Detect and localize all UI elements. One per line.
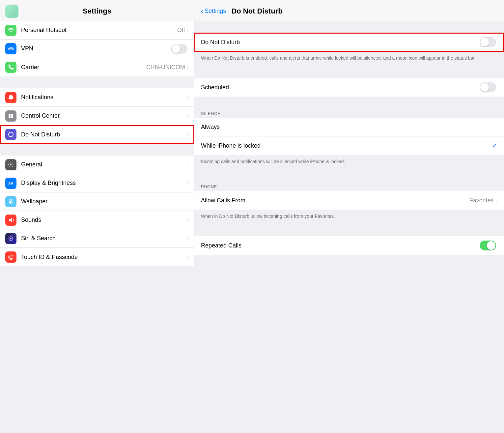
phone-section: Allow Calls From Favorites › [194, 191, 504, 210]
general-label: General [21, 161, 187, 168]
sidebar-item-general[interactable]: General › [0, 156, 194, 174]
carrier-chevron: › [187, 64, 189, 70]
hotspot-icon [5, 25, 16, 36]
hotspot-value: Off [177, 27, 185, 34]
repeated-calls-section: Repeated Calls [194, 236, 504, 255]
sidebar-item-wallpaper[interactable]: Wallpaper › [0, 192, 194, 211]
separator-c [194, 170, 504, 182]
locked-description: Incoming calls and notifications will be… [194, 155, 504, 170]
scheduled-section: Scheduled [194, 78, 504, 97]
general-chevron: › [187, 162, 189, 168]
touchid-icon [5, 251, 16, 263]
vpn-icon: VPN [5, 43, 16, 54]
right-panel: ‹ Settings Do Not Disturb Do Not Disturb… [194, 0, 504, 433]
sidebar-item-notifications[interactable]: Notifications › [0, 88, 194, 107]
notifications-label: Notifications [21, 94, 187, 101]
group-personal: General › AA Display & Brightness › Wall… [0, 156, 194, 266]
svg-point-8 [11, 257, 11, 257]
donotdisturb-label: Do Not Disturb [21, 131, 187, 138]
svg-point-7 [11, 238, 12, 239]
display-chevron: › [187, 180, 189, 186]
controlcenter-chevron: › [187, 113, 189, 119]
repeated-calls-toggle[interactable] [480, 241, 496, 250]
controlcenter-icon [5, 110, 16, 122]
siri-icon [5, 233, 16, 244]
sidebar-item-display[interactable]: AA Display & Brightness › [0, 174, 194, 192]
dnd-toggle-section: Do Not Disturb [194, 33, 504, 51]
carrier-value: CHN-UNICOM [146, 64, 185, 71]
allow-calls-value: Favorites [469, 197, 494, 204]
display-label: Display & Brightness [21, 180, 187, 187]
silence-header: SILENCE: [194, 108, 504, 118]
while-locked-checkmark: ✓ [492, 142, 497, 150]
wallpaper-icon [5, 196, 16, 207]
dnd-description: When Do Not Disturb is enabled, calls an… [194, 51, 504, 66]
repeated-calls-label: Repeated Calls [201, 242, 480, 249]
touchid-label: Touch ID & Passcode [21, 254, 187, 261]
separator-d [194, 224, 504, 236]
svg-rect-3 [11, 116, 13, 118]
scheduled-row[interactable]: Scheduled [194, 78, 504, 97]
scheduled-toggle[interactable] [480, 82, 496, 92]
scheduled-label: Scheduled [201, 84, 480, 91]
svg-rect-2 [9, 116, 11, 118]
hotspot-label: Personal Hotspot [21, 27, 177, 34]
sidebar-item-vpn[interactable]: VPN VPN [0, 40, 194, 58]
right-panel-title: Do Not Disturb [231, 7, 282, 15]
dnd-main-toggle[interactable] [480, 37, 496, 47]
back-chevron-icon: ‹ [201, 7, 203, 15]
while-locked-row[interactable]: While iPhone is locked ✓ [194, 136, 504, 155]
calls-description: When in Do Not Disturb, allow incoming c… [194, 210, 504, 224]
right-header: ‹ Settings Do Not Disturb [194, 0, 504, 21]
separator-2 [0, 144, 194, 156]
back-button[interactable]: ‹ Settings [201, 7, 226, 15]
allow-calls-row[interactable]: Allow Calls From Favorites › [194, 191, 504, 210]
dnd-toggle-label: Do Not Disturb [201, 39, 480, 46]
allow-calls-chevron: › [496, 197, 497, 203]
calls-description-text: When in Do Not Disturb, allow incoming c… [201, 214, 335, 219]
top-spacer [194, 21, 504, 33]
display-icon: AA [5, 178, 16, 189]
left-panel: Settings Personal Hotspot Off › VPN VPN [0, 0, 194, 433]
always-row[interactable]: Always [194, 118, 504, 136]
siri-chevron: › [187, 236, 189, 242]
group-network: Personal Hotspot Off › VPN VPN Carrier C… [0, 21, 194, 76]
always-label: Always [201, 124, 497, 130]
sidebar-item-hotspot[interactable]: Personal Hotspot Off › [0, 21, 194, 40]
notifications-icon [5, 92, 16, 103]
svg-rect-1 [11, 114, 13, 116]
sounds-label: Sounds [21, 216, 187, 223]
dnd-toggle-row[interactable]: Do Not Disturb [194, 33, 504, 51]
wallpaper-chevron: › [187, 199, 189, 205]
touchid-chevron: › [187, 254, 189, 260]
left-header: Settings [0, 0, 194, 21]
sidebar-item-touchid[interactable]: Touch ID & Passcode › [0, 248, 194, 266]
sounds-icon [5, 215, 16, 226]
while-locked-label: While iPhone is locked [201, 142, 489, 149]
sidebar-item-siri[interactable]: Siri & Search › [0, 229, 194, 248]
repeated-calls-row[interactable]: Repeated Calls [194, 236, 504, 255]
sidebar-item-carrier[interactable]: Carrier CHN-UNICOM › [0, 58, 194, 76]
allow-calls-label: Allow Calls From [201, 197, 469, 204]
dnd-description-text: When Do Not Disturb is enabled, calls an… [201, 55, 476, 61]
silence-section: Always While iPhone is locked ✓ [194, 118, 504, 155]
notifications-chevron: › [187, 95, 189, 101]
general-icon [5, 159, 16, 170]
separator-1 [0, 76, 194, 88]
settings-list: Personal Hotspot Off › VPN VPN Carrier C… [0, 21, 194, 433]
sounds-chevron: › [187, 217, 189, 223]
vpn-label: VPN [21, 45, 171, 52]
group-system: Notifications › Control Center › [0, 88, 194, 144]
left-panel-title: Settings [83, 7, 111, 15]
siri-label: Siri & Search [21, 235, 187, 242]
vpn-toggle[interactable] [171, 44, 187, 54]
sidebar-item-sounds[interactable]: Sounds › [0, 211, 194, 229]
phone-header: PHONE [194, 182, 504, 191]
wallpaper-label: Wallpaper [21, 198, 187, 205]
back-label: Settings [205, 8, 226, 14]
sidebar-item-donotdisturb[interactable]: Do Not Disturb › [0, 125, 194, 144]
separator-a [194, 66, 504, 78]
svg-rect-0 [9, 114, 11, 116]
donotdisturb-chevron: › [187, 131, 189, 137]
sidebar-item-controlcenter[interactable]: Control Center › [0, 107, 194, 125]
